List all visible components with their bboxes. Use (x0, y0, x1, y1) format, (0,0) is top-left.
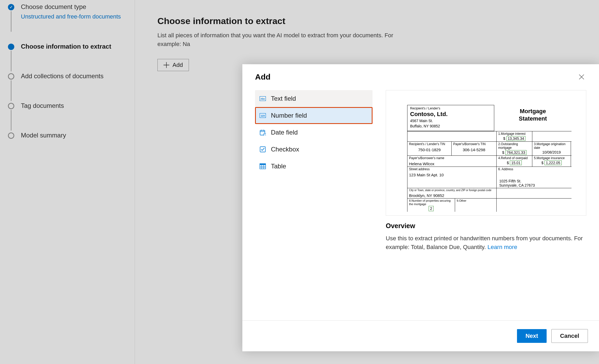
field-type-label: Date field (271, 129, 298, 136)
cancel-button[interactable]: Cancel (551, 329, 588, 343)
field-type-list: Abc Text field 123 Number field Date fie… (255, 90, 373, 320)
text-icon: Abc (259, 95, 266, 102)
field-type-label: Number field (271, 112, 307, 119)
svg-rect-9 (260, 147, 265, 152)
number-icon: 123 (259, 112, 266, 119)
close-icon (579, 74, 584, 80)
modal-overlay: Add Abc Text field 123 Number field (0, 0, 599, 364)
field-type-number[interactable]: 123 Number field (255, 107, 373, 124)
svg-text:123: 123 (261, 114, 265, 117)
field-type-label: Table (271, 163, 286, 170)
checkbox-icon (259, 146, 266, 153)
doc-company-block: Recipient's / Lender's Contoso, Ltd. 456… (407, 105, 494, 131)
next-button[interactable]: Next (517, 329, 547, 343)
document-preview: Recipient's / Lender's Contoso, Ltd. 456… (386, 90, 586, 216)
date-icon (259, 129, 266, 136)
field-type-table[interactable]: Table (255, 158, 373, 175)
field-type-text[interactable]: Abc Text field (255, 90, 373, 107)
overview-title: Overview (386, 222, 586, 230)
preview-panel: Recipient's / Lender's Contoso, Ltd. 456… (386, 90, 586, 320)
modal-title: Add (255, 72, 270, 81)
add-field-modal: Add Abc Text field 123 Number field (242, 64, 599, 351)
field-type-label: Checkbox (271, 146, 299, 153)
table-icon (259, 163, 266, 170)
learn-more-link[interactable]: Learn more (487, 244, 517, 250)
modal-close-button[interactable] (577, 72, 586, 82)
overview-text: Use this to extract printed or handwritt… (386, 234, 586, 251)
svg-rect-11 (260, 164, 266, 165)
field-type-date[interactable]: Date field (255, 124, 373, 141)
field-type-label: Text field (271, 95, 296, 102)
field-type-checkbox[interactable]: Checkbox (255, 141, 373, 158)
svg-text:Abc: Abc (260, 98, 265, 100)
doc-title-block: Mortgage Statement (494, 105, 571, 131)
